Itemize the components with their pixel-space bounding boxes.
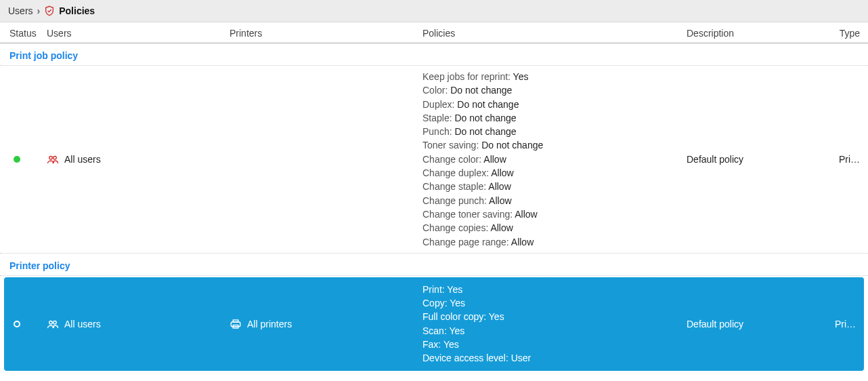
chevron-right-icon: › <box>37 5 41 16</box>
shield-check-icon <box>44 5 55 16</box>
svg-rect-5 <box>233 320 238 322</box>
svg-rect-4 <box>231 322 240 327</box>
breadcrumb: Users › Policies <box>0 0 868 22</box>
users-group-icon <box>47 155 59 164</box>
table-header: Status Users Printers Policies Descripti… <box>0 22 868 43</box>
status-active-icon <box>14 156 20 163</box>
status-active-icon <box>14 321 20 327</box>
breadcrumb-current: Policies <box>59 5 95 16</box>
svg-point-1 <box>53 156 57 159</box>
col-header-policies[interactable]: Policies <box>422 28 687 39</box>
policies-list: Print: Yes Copy: Yes Full color copy: Ye… <box>422 283 687 365</box>
svg-point-0 <box>49 156 53 159</box>
table-row[interactable]: All users All printers Print: Yes Copy: … <box>4 277 864 371</box>
policies-table: Status Users Printers Policies Descripti… <box>0 22 868 371</box>
printer-icon <box>230 319 242 329</box>
description-value: Default policy <box>687 154 832 165</box>
users-group-icon <box>47 319 59 329</box>
col-header-users[interactable]: Users <box>47 28 230 39</box>
col-header-status[interactable]: Status <box>0 28 47 39</box>
users-value: All users <box>64 154 101 165</box>
type-value: Pri… <box>832 154 868 165</box>
type-value: Pri… <box>832 319 864 329</box>
col-header-type[interactable]: Type <box>832 28 868 39</box>
description-value: Default policy <box>687 319 832 329</box>
svg-point-2 <box>49 321 53 324</box>
group-header-print-job-policy[interactable]: Print job policy <box>0 43 868 66</box>
col-header-printers[interactable]: Printers <box>230 28 422 39</box>
users-value: All users <box>64 319 101 329</box>
svg-point-3 <box>53 321 57 324</box>
breadcrumb-parent[interactable]: Users <box>8 5 33 16</box>
col-header-description[interactable]: Description <box>687 28 832 39</box>
group-header-printer-policy[interactable]: Printer policy <box>0 254 868 276</box>
printers-value: All printers <box>247 319 292 329</box>
table-row[interactable]: All users Keep jobs for reprint: Yes Col… <box>0 66 868 254</box>
policies-list: Keep jobs for reprint: Yes Color: Do not… <box>422 70 687 249</box>
